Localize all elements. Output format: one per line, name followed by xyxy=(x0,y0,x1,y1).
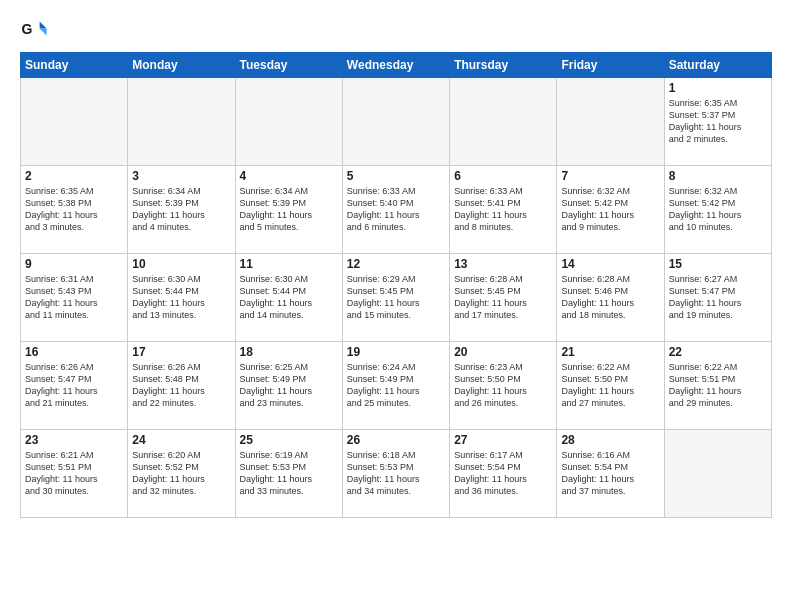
calendar-cell: 19Sunrise: 6:24 AM Sunset: 5:49 PM Dayli… xyxy=(342,342,449,430)
calendar-cell xyxy=(21,78,128,166)
day-info: Sunrise: 6:28 AM Sunset: 5:45 PM Dayligh… xyxy=(454,273,552,322)
calendar-cell: 27Sunrise: 6:17 AM Sunset: 5:54 PM Dayli… xyxy=(450,430,557,518)
calendar-cell xyxy=(342,78,449,166)
week-row-1: 1Sunrise: 6:35 AM Sunset: 5:37 PM Daylig… xyxy=(21,78,772,166)
weekday-header-friday: Friday xyxy=(557,53,664,78)
day-number: 5 xyxy=(347,169,445,183)
day-info: Sunrise: 6:16 AM Sunset: 5:54 PM Dayligh… xyxy=(561,449,659,498)
weekday-header-monday: Monday xyxy=(128,53,235,78)
day-info: Sunrise: 6:25 AM Sunset: 5:49 PM Dayligh… xyxy=(240,361,338,410)
day-number: 15 xyxy=(669,257,767,271)
day-number: 4 xyxy=(240,169,338,183)
day-number: 23 xyxy=(25,433,123,447)
calendar-cell: 10Sunrise: 6:30 AM Sunset: 5:44 PM Dayli… xyxy=(128,254,235,342)
calendar-header-row: SundayMondayTuesdayWednesdayThursdayFrid… xyxy=(21,53,772,78)
calendar-cell: 1Sunrise: 6:35 AM Sunset: 5:37 PM Daylig… xyxy=(664,78,771,166)
day-number: 18 xyxy=(240,345,338,359)
weekday-header-tuesday: Tuesday xyxy=(235,53,342,78)
week-row-4: 16Sunrise: 6:26 AM Sunset: 5:47 PM Dayli… xyxy=(21,342,772,430)
day-number: 10 xyxy=(132,257,230,271)
calendar-cell: 17Sunrise: 6:26 AM Sunset: 5:48 PM Dayli… xyxy=(128,342,235,430)
calendar-cell xyxy=(128,78,235,166)
day-number: 7 xyxy=(561,169,659,183)
day-info: Sunrise: 6:21 AM Sunset: 5:51 PM Dayligh… xyxy=(25,449,123,498)
weekday-header-thursday: Thursday xyxy=(450,53,557,78)
day-info: Sunrise: 6:26 AM Sunset: 5:48 PM Dayligh… xyxy=(132,361,230,410)
day-info: Sunrise: 6:24 AM Sunset: 5:49 PM Dayligh… xyxy=(347,361,445,410)
day-info: Sunrise: 6:33 AM Sunset: 5:41 PM Dayligh… xyxy=(454,185,552,234)
day-number: 27 xyxy=(454,433,552,447)
day-number: 8 xyxy=(669,169,767,183)
day-info: Sunrise: 6:32 AM Sunset: 5:42 PM Dayligh… xyxy=(561,185,659,234)
calendar-cell: 3Sunrise: 6:34 AM Sunset: 5:39 PM Daylig… xyxy=(128,166,235,254)
page: G SundayMondayTuesdayWednesdayThursdayFr… xyxy=(0,0,792,612)
calendar-cell: 22Sunrise: 6:22 AM Sunset: 5:51 PM Dayli… xyxy=(664,342,771,430)
day-info: Sunrise: 6:19 AM Sunset: 5:53 PM Dayligh… xyxy=(240,449,338,498)
calendar-cell: 23Sunrise: 6:21 AM Sunset: 5:51 PM Dayli… xyxy=(21,430,128,518)
day-number: 28 xyxy=(561,433,659,447)
day-number: 9 xyxy=(25,257,123,271)
day-info: Sunrise: 6:33 AM Sunset: 5:40 PM Dayligh… xyxy=(347,185,445,234)
week-row-3: 9Sunrise: 6:31 AM Sunset: 5:43 PM Daylig… xyxy=(21,254,772,342)
day-info: Sunrise: 6:22 AM Sunset: 5:51 PM Dayligh… xyxy=(669,361,767,410)
calendar-cell xyxy=(664,430,771,518)
day-info: Sunrise: 6:29 AM Sunset: 5:45 PM Dayligh… xyxy=(347,273,445,322)
day-number: 26 xyxy=(347,433,445,447)
day-info: Sunrise: 6:28 AM Sunset: 5:46 PM Dayligh… xyxy=(561,273,659,322)
day-number: 12 xyxy=(347,257,445,271)
calendar-cell: 12Sunrise: 6:29 AM Sunset: 5:45 PM Dayli… xyxy=(342,254,449,342)
day-number: 22 xyxy=(669,345,767,359)
calendar-cell: 4Sunrise: 6:34 AM Sunset: 5:39 PM Daylig… xyxy=(235,166,342,254)
day-number: 19 xyxy=(347,345,445,359)
day-number: 21 xyxy=(561,345,659,359)
day-info: Sunrise: 6:31 AM Sunset: 5:43 PM Dayligh… xyxy=(25,273,123,322)
calendar-cell: 2Sunrise: 6:35 AM Sunset: 5:38 PM Daylig… xyxy=(21,166,128,254)
day-info: Sunrise: 6:20 AM Sunset: 5:52 PM Dayligh… xyxy=(132,449,230,498)
weekday-header-wednesday: Wednesday xyxy=(342,53,449,78)
calendar-cell: 18Sunrise: 6:25 AM Sunset: 5:49 PM Dayli… xyxy=(235,342,342,430)
weekday-header-saturday: Saturday xyxy=(664,53,771,78)
day-number: 25 xyxy=(240,433,338,447)
day-info: Sunrise: 6:35 AM Sunset: 5:38 PM Dayligh… xyxy=(25,185,123,234)
calendar-cell: 5Sunrise: 6:33 AM Sunset: 5:40 PM Daylig… xyxy=(342,166,449,254)
day-number: 14 xyxy=(561,257,659,271)
calendar-cell: 11Sunrise: 6:30 AM Sunset: 5:44 PM Dayli… xyxy=(235,254,342,342)
day-number: 6 xyxy=(454,169,552,183)
calendar-cell: 16Sunrise: 6:26 AM Sunset: 5:47 PM Dayli… xyxy=(21,342,128,430)
svg-marker-2 xyxy=(40,29,47,36)
day-info: Sunrise: 6:22 AM Sunset: 5:50 PM Dayligh… xyxy=(561,361,659,410)
calendar-cell: 6Sunrise: 6:33 AM Sunset: 5:41 PM Daylig… xyxy=(450,166,557,254)
day-info: Sunrise: 6:34 AM Sunset: 5:39 PM Dayligh… xyxy=(132,185,230,234)
calendar-cell: 9Sunrise: 6:31 AM Sunset: 5:43 PM Daylig… xyxy=(21,254,128,342)
day-info: Sunrise: 6:30 AM Sunset: 5:44 PM Dayligh… xyxy=(240,273,338,322)
day-number: 2 xyxy=(25,169,123,183)
day-number: 1 xyxy=(669,81,767,95)
day-info: Sunrise: 6:26 AM Sunset: 5:47 PM Dayligh… xyxy=(25,361,123,410)
day-info: Sunrise: 6:17 AM Sunset: 5:54 PM Dayligh… xyxy=(454,449,552,498)
day-info: Sunrise: 6:32 AM Sunset: 5:42 PM Dayligh… xyxy=(669,185,767,234)
day-info: Sunrise: 6:27 AM Sunset: 5:47 PM Dayligh… xyxy=(669,273,767,322)
week-row-5: 23Sunrise: 6:21 AM Sunset: 5:51 PM Dayli… xyxy=(21,430,772,518)
day-number: 3 xyxy=(132,169,230,183)
day-number: 20 xyxy=(454,345,552,359)
svg-text:G: G xyxy=(21,21,32,37)
day-number: 24 xyxy=(132,433,230,447)
calendar-cell: 7Sunrise: 6:32 AM Sunset: 5:42 PM Daylig… xyxy=(557,166,664,254)
day-number: 17 xyxy=(132,345,230,359)
calendar-cell: 14Sunrise: 6:28 AM Sunset: 5:46 PM Dayli… xyxy=(557,254,664,342)
svg-marker-1 xyxy=(40,22,47,29)
calendar-cell: 26Sunrise: 6:18 AM Sunset: 5:53 PM Dayli… xyxy=(342,430,449,518)
calendar-cell: 8Sunrise: 6:32 AM Sunset: 5:42 PM Daylig… xyxy=(664,166,771,254)
calendar-cell: 20Sunrise: 6:23 AM Sunset: 5:50 PM Dayli… xyxy=(450,342,557,430)
logo-icon: G xyxy=(20,16,48,44)
calendar-cell: 24Sunrise: 6:20 AM Sunset: 5:52 PM Dayli… xyxy=(128,430,235,518)
calendar-cell xyxy=(235,78,342,166)
calendar: SundayMondayTuesdayWednesdayThursdayFrid… xyxy=(20,52,772,518)
day-number: 13 xyxy=(454,257,552,271)
calendar-cell xyxy=(450,78,557,166)
weekday-header-sunday: Sunday xyxy=(21,53,128,78)
logo: G xyxy=(20,16,50,44)
calendar-cell: 25Sunrise: 6:19 AM Sunset: 5:53 PM Dayli… xyxy=(235,430,342,518)
day-info: Sunrise: 6:18 AM Sunset: 5:53 PM Dayligh… xyxy=(347,449,445,498)
day-info: Sunrise: 6:35 AM Sunset: 5:37 PM Dayligh… xyxy=(669,97,767,146)
